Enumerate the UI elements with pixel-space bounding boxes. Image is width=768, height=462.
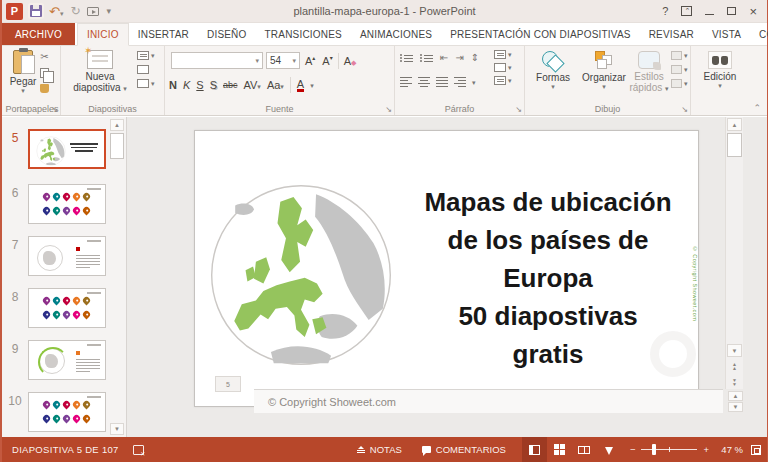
thumbnail-slide-5[interactable] xyxy=(28,129,106,169)
fuente-dialog-launcher-icon[interactable]: ↘ xyxy=(385,105,392,114)
europe-globe-image[interactable] xyxy=(207,181,395,369)
spell-check-icon[interactable] xyxy=(133,445,144,455)
thumbnail-slide-8[interactable] xyxy=(28,288,106,328)
slide-title-text[interactable]: Mapas de ubicación de los países de Euro… xyxy=(403,183,693,373)
font-name-combobox[interactable]: ▾ xyxy=(171,52,263,69)
scroll-up-icon[interactable]: ▲ xyxy=(727,118,742,131)
new-slide-button[interactable]: Nueva diapositiva ▾ xyxy=(69,50,131,93)
ribbon-display-options-icon[interactable] xyxy=(681,6,692,16)
portapapeles-dialog-launcher-icon[interactable]: ↘ xyxy=(51,105,58,114)
columns-icon[interactable] xyxy=(454,77,466,87)
justify-icon[interactable] xyxy=(436,77,448,87)
layout-button[interactable]: ▾ xyxy=(137,51,155,60)
tab-revisar[interactable]: REVISAR xyxy=(640,23,703,45)
scroll-down-icon[interactable]: ▼ xyxy=(727,344,742,357)
shape-effects-button[interactable]: ▾ xyxy=(671,79,688,88)
close-icon[interactable]: × xyxy=(749,5,757,18)
previous-slide-icon[interactable]: ▲▲ xyxy=(727,359,742,372)
text-direction-button[interactable]: ▾ xyxy=(494,50,512,59)
help-icon[interactable]: ? xyxy=(662,6,668,17)
powerpoint-logo-icon[interactable]: P xyxy=(6,3,23,20)
format-painter-icon[interactable] xyxy=(40,84,49,93)
align-text-button[interactable]: ▾ xyxy=(494,63,512,72)
thumbnails-scroll-down-icon[interactable]: ▼ xyxy=(110,423,124,435)
scroll-thumb[interactable] xyxy=(727,133,742,157)
maximize-icon[interactable] xyxy=(727,7,736,15)
editing-button[interactable]: Edición ▾ xyxy=(701,51,739,89)
redo-icon[interactable]: ↻ xyxy=(70,5,80,17)
slide-sorter-button[interactable] xyxy=(547,437,572,462)
change-case-button[interactable]: Aa▾ xyxy=(267,79,284,91)
section-button[interactable]: ▾ xyxy=(137,79,155,88)
paste-button[interactable]: Pegar ▾ xyxy=(8,50,38,94)
increase-indent-icon[interactable]: ⇥ xyxy=(455,53,463,63)
thumbnail-slide-7[interactable] xyxy=(28,236,106,276)
customize-qat-icon[interactable]: ▾ xyxy=(106,7,111,16)
dibujo-dialog-launcher-icon[interactable]: ↘ xyxy=(681,105,688,114)
strikethrough-button[interactable]: abc xyxy=(223,80,238,90)
tab-vista[interactable]: VISTA xyxy=(703,23,750,45)
start-presentation-icon[interactable] xyxy=(87,7,99,16)
slideshow-button[interactable] xyxy=(597,437,622,462)
thumbnails-scroll-thumb[interactable] xyxy=(110,133,124,159)
notes-scroll-down-icon[interactable]: ▼ xyxy=(728,402,743,412)
comments-toggle[interactable]: COMENTARIOS xyxy=(412,437,516,462)
zoom-in-button[interactable]: + xyxy=(703,444,709,455)
thumbnails-scrollbar[interactable]: ▲ ▼ xyxy=(110,119,124,435)
bullets-icon[interactable] xyxy=(400,55,413,62)
quick-styles-button[interactable]: Estilos rápidos ▾ xyxy=(629,51,669,93)
notes-text[interactable]: © Copyright Showeet.com xyxy=(254,396,396,408)
thumbnail-slide-9[interactable] xyxy=(28,340,106,380)
tab-transiciones[interactable]: TRANSICIONES xyxy=(256,23,351,45)
underline-button[interactable]: S xyxy=(196,79,203,91)
normal-view-button[interactable] xyxy=(522,437,547,462)
save-icon[interactable] xyxy=(30,5,42,17)
parrafo-dialog-launcher-icon[interactable]: ↘ xyxy=(515,105,522,114)
bold-button[interactable]: N xyxy=(169,79,177,91)
copy-icon[interactable] xyxy=(40,68,49,78)
clear-formatting-icon[interactable]: A◆ xyxy=(342,55,359,67)
character-spacing-button[interactable]: AV▾ xyxy=(244,79,261,91)
tab-archivo[interactable]: ARCHIVO xyxy=(2,23,75,45)
numbering-icon[interactable] xyxy=(420,55,433,62)
arrange-button[interactable]: Organizar ▾ xyxy=(577,51,631,90)
undo-icon[interactable]: ↶▾ xyxy=(49,5,63,18)
grow-font-icon[interactable]: A▴ xyxy=(303,54,317,67)
thumbnail-slide-6[interactable] xyxy=(28,184,106,224)
fit-slide-to-window-icon[interactable] xyxy=(751,445,761,455)
tab-insertar[interactable]: INSERTAR xyxy=(129,23,198,45)
align-center-icon[interactable] xyxy=(418,77,430,87)
decrease-indent-icon[interactable]: ⇤ xyxy=(440,53,448,63)
notes-pane[interactable]: © Copyright Showeet.com ▲ ▼ xyxy=(254,389,723,413)
canvas-vertical-scrollbar[interactable]: ▲ ▼ ▲▲ ▼▼ xyxy=(725,117,743,389)
slide-editing-area[interactable]: Mapas de ubicación de los países de Euro… xyxy=(194,130,699,407)
notes-scroll-up-icon[interactable]: ▲ xyxy=(728,391,743,401)
next-slide-icon[interactable]: ▼▼ xyxy=(727,375,742,388)
convert-smartart-button[interactable]: ▾ xyxy=(494,76,512,85)
zoom-slider[interactable] xyxy=(641,449,697,450)
cut-icon[interactable]: ✂ xyxy=(40,52,48,62)
thumbnail-slide-10[interactable] xyxy=(28,392,106,432)
shrink-font-icon[interactable]: A▾ xyxy=(320,54,334,67)
minimize-icon[interactable] xyxy=(705,14,714,15)
zoom-slider-thumb[interactable] xyxy=(652,444,656,455)
thumbnails-scroll-up-icon[interactable]: ▲ xyxy=(110,119,124,131)
italic-button[interactable]: K xyxy=(183,79,190,91)
font-color-button[interactable]: A xyxy=(297,79,304,92)
tab-complementos[interactable]: COMPLE xyxy=(750,23,768,45)
reset-button[interactable] xyxy=(137,65,155,74)
shapes-button[interactable]: Formas ▾ xyxy=(531,51,575,90)
align-left-icon[interactable] xyxy=(400,77,412,87)
zoom-level[interactable]: 47 % xyxy=(717,444,743,455)
text-shadow-button[interactable]: S xyxy=(210,79,217,91)
font-size-combobox[interactable]: 54▾ xyxy=(266,52,300,69)
collapse-ribbon-icon[interactable]: ⌃ xyxy=(753,103,761,113)
reading-view-button[interactable] xyxy=(572,437,597,462)
notes-toggle[interactable]: NOTAS xyxy=(347,437,412,462)
tab-presentacion[interactable]: PRESENTACIÓN CON DIAPOSITIVAS xyxy=(441,23,639,45)
tab-diseno[interactable]: DISEÑO xyxy=(198,23,256,45)
zoom-out-button[interactable]: − xyxy=(630,444,636,455)
line-spacing-icon[interactable]: ⇕ xyxy=(471,53,479,63)
shape-fill-button[interactable]: ▾ xyxy=(671,51,688,60)
tab-inicio[interactable]: INICIO xyxy=(77,23,129,46)
